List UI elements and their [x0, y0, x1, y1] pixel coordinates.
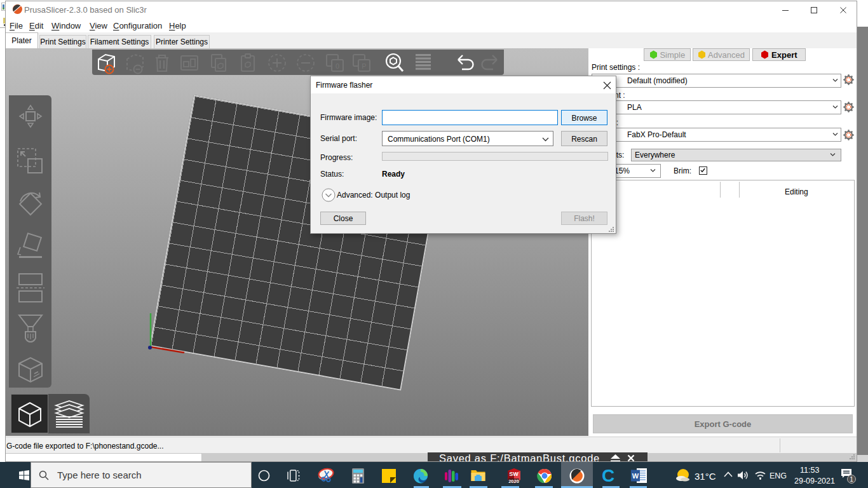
svg-text:W: W [632, 472, 639, 480]
svg-text:2020: 2020 [508, 478, 519, 484]
svg-text:P: P [362, 62, 366, 70]
svg-text:0: 0 [336, 62, 339, 70]
svg-text:SW: SW [509, 471, 519, 477]
